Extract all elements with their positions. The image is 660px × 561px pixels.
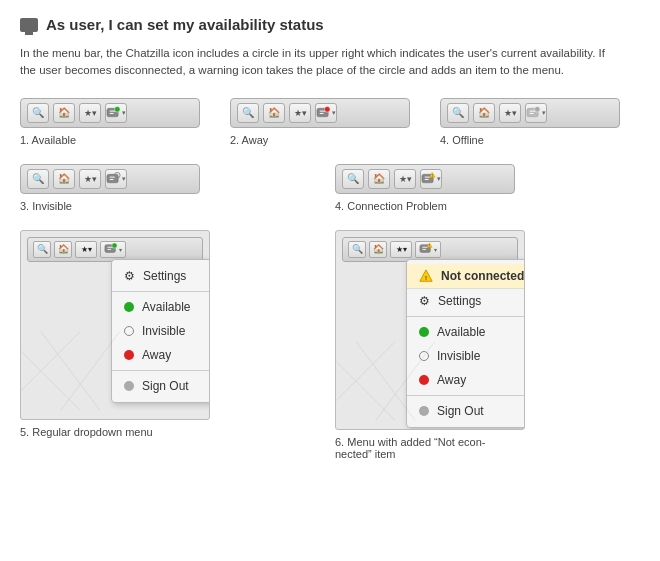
label-offline: 4. Offline [440,134,640,146]
available-dot [124,302,134,312]
home-btn-connection[interactable]: 🏠 [368,169,390,189]
chatzilla-btn-away[interactable]: ▾ [315,103,337,123]
gear-icon: ⚙ [124,269,135,283]
bg-decoration [21,331,209,411]
demo-available: 🔍 🏠 ★▾ ▾ 1. Available [20,98,220,146]
demo-regular-menu: 🔍 🏠 ★▾ ▾ ⚙ Settings [20,230,325,460]
settings-label-2: Settings [438,294,481,308]
search-btn-connection[interactable]: 🔍 [342,169,364,189]
svg-point-3 [114,106,120,112]
chatzilla-btn-connection[interactable]: ! ▾ [420,169,442,189]
search-btn-away[interactable]: 🔍 [237,103,259,123]
svg-line-37 [356,341,415,420]
demo-away: 🔍 🏠 ★▾ ▾ 2. Away [230,98,430,146]
toolbar-available: 🔍 🏠 ★▾ ▾ [20,98,200,128]
search-icon: 🔍 [32,107,44,118]
warning-icon: ! [419,269,433,283]
svg-text:!: ! [432,173,433,177]
toolbar-invisible: 🔍 🏠 ★▾ ▾ [20,164,200,194]
demo-row-3: 🔍 🏠 ★▾ ▾ ⚙ Settings [20,230,640,460]
monitor-icon [20,18,38,32]
page-title: As user, I can set my availability statu… [20,16,640,33]
star-btn-connection[interactable]: ★▾ [394,169,416,189]
settings-label: Settings [143,269,186,283]
toolbar-connection: 🔍 🏠 ★▾ ! ▾ [335,164,515,194]
home-btn-invisible[interactable]: 🏠 [53,169,75,189]
settings-item-2[interactable]: ⚙ Settings [407,289,525,313]
star-btn-available[interactable]: ★▾ [79,103,101,123]
demo-invisible: 🔍 🏠 ★▾ ▾ 3. Invisible [20,164,325,212]
chatzilla-btn-available[interactable]: ▾ [105,103,127,123]
svg-line-26 [41,331,100,410]
svg-line-25 [21,351,80,410]
svg-text:!: ! [429,244,430,248]
label-invisible: 3. Invisible [20,200,325,212]
svg-rect-12 [107,174,118,182]
not-connected-header: ! Not connected [407,264,525,289]
svg-point-7 [324,106,330,112]
star-btn-invisible[interactable]: ★▾ [79,169,101,189]
divider-3 [407,316,525,317]
svg-line-36 [336,361,395,420]
chatzilla-icon-available [106,105,121,121]
screenshot-not-connected: 🔍 🏠 ★▾ ! ▾ [335,230,525,430]
chatzilla-icon-connection: ! [421,171,436,187]
search-btn-invisible[interactable]: 🔍 [27,169,49,189]
label-away: 2. Away [230,134,430,146]
star-btn-away[interactable]: ★▾ [289,103,311,123]
demo-not-connected-menu: 🔍 🏠 ★▾ ! ▾ [335,230,640,460]
screenshot-regular: 🔍 🏠 ★▾ ▾ ⚙ Settings [20,230,210,420]
home-btn-offline[interactable]: 🏠 [473,103,495,123]
home-btn-away[interactable]: 🏠 [263,103,285,123]
svg-point-11 [534,106,540,112]
gear-icon-2: ⚙ [419,294,430,308]
chatzilla-icon-offline [526,105,541,121]
settings-item[interactable]: ⚙ Settings [112,264,210,288]
label-not-connected-menu: 6. Menu with added “Not econ- nected” it… [335,436,515,460]
available-label: Available [142,300,190,314]
svg-line-38 [376,341,435,420]
toolbar-offline: 🔍 🏠 ★▾ ▾ [440,98,620,128]
chatzilla-icon-invisible [106,171,121,187]
description-text: In the menu bar, the Chatzilla icon incl… [20,45,620,80]
search-btn-offline[interactable]: 🔍 [447,103,469,123]
svg-line-39 [336,341,395,400]
available-dot-2 [419,327,429,337]
label-regular-menu: 5. Regular dropdown menu [20,426,210,438]
chatzilla-btn-invisible[interactable]: ▾ [105,169,127,189]
svg-point-24 [112,243,117,248]
search-btn-available[interactable]: 🔍 [27,103,49,123]
home-icon: 🏠 [58,107,70,118]
svg-line-27 [61,331,120,410]
demo-offline: 🔍 🏠 ★▾ ▾ 4. Offline [440,98,640,146]
chatzilla-icon-away [316,105,331,121]
chatzilla-btn-offline[interactable]: ▾ [525,103,547,123]
label-available: 1. Available [20,134,220,146]
not-connected-text: Not connected [441,269,524,283]
demo-row-2: 🔍 🏠 ★▾ ▾ 3. Invisible 🔍 🏠 ★▾ [20,164,640,212]
label-connection: 4. Connection Problem [335,200,640,212]
demo-connection: 🔍 🏠 ★▾ ! ▾ 4. Connection Problem [335,164,640,212]
home-btn-available[interactable]: 🏠 [53,103,75,123]
svg-line-28 [21,331,80,390]
svg-text:!: ! [425,273,427,280]
star-btn-offline[interactable]: ★▾ [499,103,521,123]
demo-row-1: 🔍 🏠 ★▾ ▾ 1. Available 🔍 🏠 ★▾ [20,98,640,146]
bg-decoration-2 [336,341,524,421]
divider-1 [112,291,210,292]
available-label-2: Available [437,325,485,339]
page-title-text: As user, I can set my availability statu… [46,16,324,33]
available-item[interactable]: Available [112,295,210,319]
toolbar-away: 🔍 🏠 ★▾ ▾ [230,98,410,128]
